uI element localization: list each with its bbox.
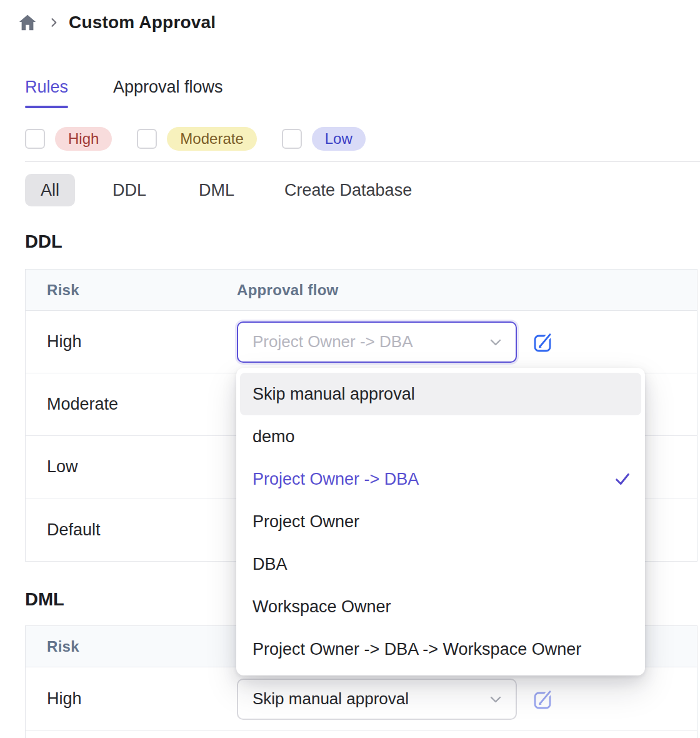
select-value: Project Owner -> DBA	[252, 332, 487, 351]
dropdown-option-project-owner-dba-workspace-owner[interactable]: Project Owner -> DBA -> Workspace Owner	[240, 628, 641, 670]
edit-flow-button[interactable]	[531, 686, 557, 712]
flow-cell: Project Owner -> DBA	[237, 321, 697, 363]
dropdown-option-demo[interactable]: demo	[240, 415, 641, 458]
dml-header-risk: Risk	[26, 638, 237, 655]
risk-filter-row: High Moderate Low	[25, 127, 366, 151]
edit-flow-button[interactable]	[531, 329, 557, 355]
dml-high-flow-select[interactable]: Skip manual approval	[237, 679, 517, 720]
chevron-down-icon	[487, 333, 504, 351]
ddl-header-risk: Risk	[26, 281, 237, 299]
select-value: Skip manual approval	[252, 689, 487, 709]
risk-label: High	[26, 332, 237, 351]
risk-label: Default	[26, 520, 237, 540]
category-create-database-button[interactable]: Create Database	[284, 181, 412, 200]
risk-filter-moderate: Moderate	[137, 127, 256, 151]
breadcrumb: Custom Approval	[18, 13, 216, 33]
risk-label: Low	[26, 457, 237, 477]
risk-filter-high: High	[25, 127, 112, 151]
dropdown-option-workspace-owner[interactable]: Workspace Owner	[240, 585, 641, 628]
ddl-header-approval-flow: Approval flow	[237, 281, 697, 299]
approval-flow-dropdown: Skip manual approval demo Project Owner …	[236, 368, 645, 675]
dropdown-option-project-owner-dba[interactable]: Project Owner -> DBA	[240, 458, 641, 500]
category-dml-button[interactable]: DML	[199, 181, 234, 200]
option-label: Project Owner -> DBA	[252, 470, 419, 489]
tab-bar: Rules Approval flows	[25, 78, 223, 107]
risk-label: Moderate	[26, 395, 237, 414]
section-divider	[25, 161, 700, 162]
category-all-button[interactable]: All	[25, 174, 75, 206]
home-icon[interactable]	[18, 13, 38, 33]
risk-label: High	[26, 689, 237, 709]
custom-approval-page: Custom Approval Rules Approval flows Hig…	[0, 0, 700, 738]
chevron-down-icon	[487, 690, 504, 708]
chevron-right-icon	[48, 16, 60, 29]
dropdown-option-skip-manual-approval[interactable]: Skip manual approval	[240, 373, 641, 415]
risk-badge-high: High	[55, 127, 112, 151]
table-row-dml-high: High Skip manual approval	[26, 667, 697, 731]
risk-checkbox-high[interactable]	[25, 129, 45, 149]
category-filter-row: All DDL DML Create Database	[25, 174, 412, 206]
risk-filter-low: Low	[282, 127, 366, 151]
risk-checkbox-low[interactable]	[282, 129, 302, 149]
checkmark-icon	[614, 470, 631, 488]
table-row-ddl-high: High Project Owner -> DBA	[26, 311, 697, 373]
dml-section-title: DML	[25, 589, 64, 610]
dropdown-option-dba[interactable]: DBA	[240, 543, 641, 585]
table-row-dml-next	[26, 731, 697, 738]
flow-cell: Skip manual approval	[237, 679, 697, 720]
category-ddl-button[interactable]: DDL	[112, 181, 146, 200]
ddl-high-flow-select[interactable]: Project Owner -> DBA	[237, 321, 517, 363]
risk-checkbox-moderate[interactable]	[137, 129, 157, 149]
risk-badge-low: Low	[312, 127, 366, 151]
ddl-section-title: DDL	[25, 231, 62, 252]
dropdown-option-project-owner[interactable]: Project Owner	[240, 500, 641, 543]
tab-rules[interactable]: Rules	[25, 78, 68, 107]
tab-approval-flows[interactable]: Approval flows	[113, 78, 223, 107]
page-title: Custom Approval	[69, 13, 216, 33]
ddl-table-header: Risk Approval flow	[26, 270, 697, 311]
risk-badge-moderate: Moderate	[167, 127, 256, 151]
